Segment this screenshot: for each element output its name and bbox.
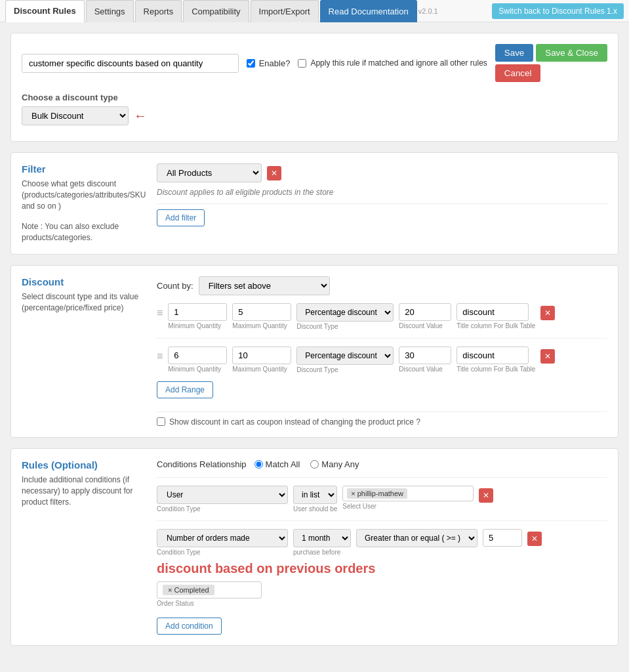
min-qty-label-1: Minimum Quantity (168, 322, 227, 329)
max-qty-label-2: Maximum Quantity (232, 366, 291, 373)
filter-card: Filter Choose what gets discount (produc… (10, 152, 619, 255)
match-all-radio[interactable] (254, 460, 263, 469)
orders-value-col (483, 529, 522, 547)
coupon-checkbox[interactable] (157, 417, 165, 426)
title-col-input-1[interactable] (457, 303, 529, 321)
add-condition-button[interactable]: Add condition (157, 618, 222, 635)
version-label: v2.0.1 (418, 7, 438, 15)
max-qty-input-2[interactable] (232, 346, 291, 364)
apply-rule-label: Apply this rule if matched and ignore al… (310, 58, 487, 68)
match-all-radio-label[interactable]: Match All (254, 459, 300, 469)
condition-type-col-1: User Condition Type (157, 486, 288, 513)
discount-type-label-1: Discount Type (296, 323, 394, 330)
remove-condition-1-button[interactable]: ✕ (479, 488, 493, 503)
max-qty-input-1[interactable] (232, 303, 291, 321)
rules-layout: Rules (Optional) Include additional cond… (22, 459, 607, 635)
min-qty-label-2: Minimum Quantity (168, 366, 227, 373)
filter-right-col: All Products ✕ Discount applies to all e… (157, 163, 607, 243)
discount-range-row-2: ≡ Minimum Quantity Maximum Quantity Perc… (157, 346, 607, 373)
orders-comparator-select[interactable]: Greater than or equal ( >= ) Less than E… (356, 529, 477, 547)
discount-value-label-2: Discount Value (399, 366, 451, 373)
save-button[interactable]: Save (495, 44, 533, 62)
drag-handle-2[interactable]: ≡ (157, 346, 163, 362)
title-col-field-1: Title column For Bulk Table (457, 303, 535, 329)
top-navigation: Discount Rules Settings Reports Compatib… (0, 0, 629, 22)
discount-layout: Discount Select discount type and its va… (22, 276, 607, 427)
remove-range-button-2[interactable]: ✕ (540, 349, 555, 364)
discount-type-field-1: Percentage discount Discount Type (296, 303, 394, 330)
remove-range-button-1[interactable]: ✕ (540, 306, 555, 320)
orders-period-col: 1 month 3 months 6 months purchase befor… (293, 529, 351, 556)
main-content: Enable? Apply this rule if matched and i… (0, 22, 629, 667)
discount-value-field-1: Discount Value (399, 303, 451, 329)
tab-read-documentation[interactable]: Read Documentation (320, 0, 417, 22)
add-filter-button[interactable]: Add filter (157, 209, 205, 226)
tab-compatibility[interactable]: Compatibility (183, 0, 249, 22)
discount-value-input-2[interactable] (399, 346, 451, 364)
many-any-radio[interactable] (310, 460, 319, 469)
max-qty-label-1: Maximum Quantity (232, 322, 291, 329)
tab-discount-rules[interactable]: Discount Rules (5, 0, 85, 22)
filter-info: Discount applies to all eligible product… (157, 188, 607, 197)
orders-value-input[interactable] (483, 529, 522, 547)
max-qty-field-2: Maximum Quantity (232, 346, 291, 373)
user-tag-label: Select User (342, 503, 474, 510)
filter-left-col: Filter Choose what gets discount (produc… (22, 163, 146, 243)
save-close-button[interactable]: Save & Close (536, 44, 607, 62)
orders-period-select[interactable]: 1 month 3 months 6 months (293, 529, 351, 547)
min-qty-input-1[interactable] (168, 303, 227, 321)
discount-type-sel-2[interactable]: Percentage discount (296, 346, 394, 365)
remove-condition-2-button[interactable]: ✕ (527, 532, 542, 546)
title-col-label-1: Title column For Bulk Table (457, 322, 535, 329)
conditions-rel-label: Conditions Relationship (157, 459, 247, 469)
rules-desc: Include additional conditions (if necess… (22, 474, 146, 507)
tab-reports[interactable]: Reports (135, 0, 182, 22)
drag-handle-1[interactable]: ≡ (157, 303, 163, 319)
count-by-label: Count by: (157, 281, 193, 291)
condition-sub-col-1: in list User should be (293, 486, 337, 513)
remove-filter-button[interactable]: ✕ (267, 166, 281, 180)
arrow-icon: ← (134, 108, 147, 123)
discount-type-label: Choose a discount type (22, 93, 607, 102)
order-status-box[interactable]: × Completed (157, 581, 262, 598)
condition-sub-select-1[interactable]: in list (293, 486, 337, 504)
condition-type-label-1: Condition Type (157, 505, 288, 513)
many-any-label: Many Any (321, 459, 359, 469)
discount-type-row: Bulk Discount Percentage Discount Fixed … (22, 106, 607, 125)
max-qty-field-1: Maximum Quantity (232, 303, 291, 329)
tab-settings[interactable]: Settings (86, 0, 134, 22)
discount-type-label-2: Discount Type (296, 366, 394, 373)
discount-type-sel-1[interactable]: Percentage discount (296, 303, 394, 322)
discount-value-input-1[interactable] (399, 303, 451, 321)
filter-type-select[interactable]: All Products (157, 163, 262, 182)
discount-range-row-1: ≡ Minimum Quantity Maximum Quantity Perc… (157, 303, 607, 330)
rules-title: Rules (Optional) (22, 459, 146, 471)
action-buttons: Save Save & Close Cancel (495, 44, 607, 82)
condition-type-select-1[interactable]: User (157, 486, 288, 504)
discount-type-select[interactable]: Bulk Discount Percentage Discount Fixed … (22, 106, 129, 125)
rule-name-input[interactable] (22, 54, 239, 73)
filter-desc2: Note : You can also exclude products/cat… (22, 221, 146, 243)
orders-comparator-col: Greater than or equal ( >= ) Less than E… (356, 529, 477, 547)
min-qty-field-1: Minimum Quantity (168, 303, 227, 329)
add-range-button[interactable]: Add Range (157, 381, 213, 398)
order-status-row: × Completed Order Status (157, 581, 607, 607)
many-any-radio-label[interactable]: Many Any (310, 459, 359, 469)
orders-type-select[interactable]: Number of orders made (157, 529, 288, 547)
title-col-label-2: Title column For Bulk Table (457, 366, 535, 373)
discount-title: Discount (22, 276, 146, 287)
title-col-field-2: Title column For Bulk Table (457, 346, 535, 373)
count-by-select[interactable]: Filters set above (199, 276, 330, 295)
min-qty-input-2[interactable] (168, 346, 227, 364)
cancel-button[interactable]: Cancel (495, 64, 541, 82)
switch-back-button[interactable]: Switch back to Discount Rules 1.x (492, 3, 624, 19)
tab-import-export[interactable]: Import/Export (251, 0, 319, 22)
discount-right-col: Count by: Filters set above ≡ Minimum Qu… (157, 276, 607, 427)
apply-rule-checkbox[interactable] (298, 59, 306, 68)
completed-tag-text: Completed (174, 586, 209, 594)
enable-checkbox[interactable] (247, 59, 255, 68)
discount-value-field-2: Discount Value (399, 346, 451, 373)
user-tag-input[interactable]: × phillip-mathew (342, 486, 474, 501)
condition-row-1: User Condition Type in list User should … (157, 486, 607, 513)
title-col-input-2[interactable] (457, 346, 529, 364)
